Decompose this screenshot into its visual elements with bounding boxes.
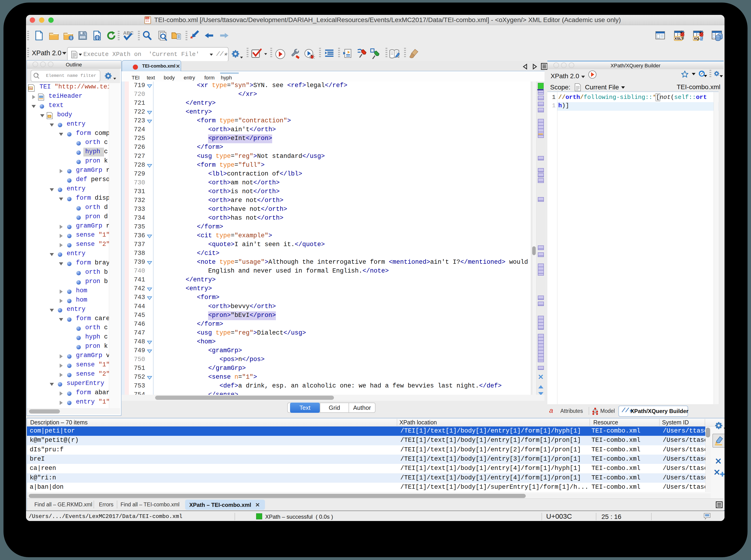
svg-text:XQ: XQ	[694, 37, 699, 40]
svg-text:ABC: ABC	[123, 30, 134, 36]
svg-text:*: *	[190, 35, 193, 41]
svg-text:TEI: TEI	[29, 87, 32, 89]
svg-text:XSLT: XSLT	[674, 37, 684, 40]
